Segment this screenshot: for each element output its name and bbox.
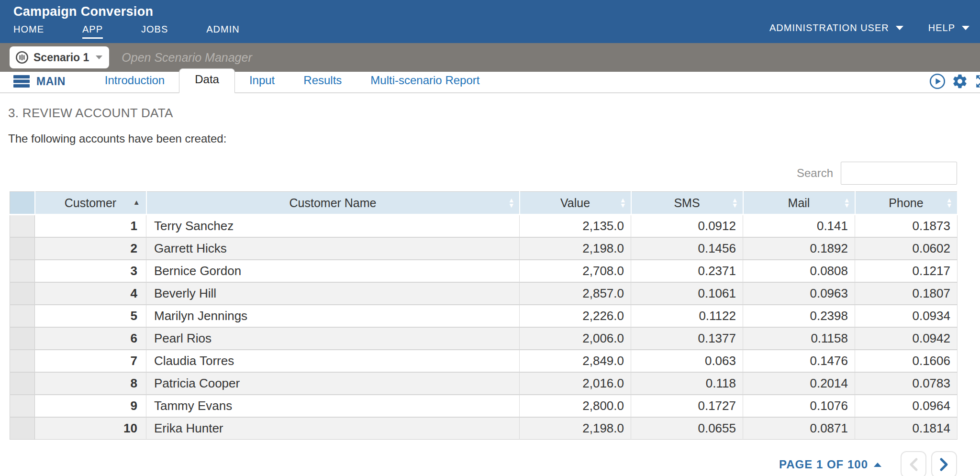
cell-value: 2,226.0 [520,305,631,327]
table-header: Customer ▲ Customer Name ▲▼ Value ▲▼ SMS… [10,192,958,215]
cell-customer: 6 [35,327,146,350]
main-nav: HOMEAPPJOBSADMIN [13,24,240,39]
help-menu[interactable]: HELP [928,22,969,33]
cell-phone: 0.1873 [855,215,958,237]
cell-value: 2,198.0 [520,237,631,260]
chevron-down-icon [96,55,102,59]
cell-value: 2,006.0 [520,327,631,350]
table-row[interactable]: 6 Pearl Rios 2,006.0 0.1377 0.1158 0.094… [10,327,958,350]
main-menu-button[interactable]: MAIN [13,75,66,88]
sort-ascending-icon: ▲ [133,199,140,206]
scenario-chart-icon [15,51,29,64]
page-selector[interactable]: PAGE 1 OF 100 [779,458,881,471]
cell-customer: 4 [35,282,146,305]
cell-customer-name: Patricia Cooper [146,372,520,395]
table-row[interactable]: 2 Garrett Hicks 2,198.0 0.1456 0.1892 0.… [10,237,958,260]
scenario-selector-button[interactable]: Scenario 1 [10,46,109,68]
section-heading: 3. REVIEW ACCOUNT DATA [8,106,980,121]
table-row[interactable]: 7 Claudia Torres 2,849.0 0.063 0.1476 0.… [10,350,958,372]
table-row[interactable]: 4 Beverly Hill 2,857.0 0.1061 0.0963 0.1… [10,282,958,305]
play-circle-icon[interactable] [929,73,946,89]
cell-customer-name: Pearl Rios [146,327,520,350]
row-handle-cell [10,327,35,350]
column-header-value[interactable]: Value ▲▼ [520,192,631,215]
row-handle-cell [10,395,35,417]
cell-value: 2,708.0 [520,260,631,282]
app-header: Campaign Conversion HOMEAPPJOBSADMIN ADM… [0,0,980,43]
column-header-customer[interactable]: Customer ▲ [35,192,146,215]
cell-customer-name: Claudia Torres [146,350,520,372]
table-row[interactable]: 5 Marilyn Jennings 2,226.0 0.1122 0.2398… [10,305,958,327]
tabbar-action-icons [929,73,980,89]
cell-mail: 0.1476 [743,350,855,372]
row-handle-cell [10,417,35,440]
table-row[interactable]: 8 Patricia Cooper 2,016.0 0.118 0.2014 0… [10,372,958,395]
row-handle-cell [10,260,35,282]
table-corner-cell [10,192,35,215]
open-scenario-manager-link[interactable]: Open Scenario Manager [122,51,252,65]
cell-sms: 0.0655 [631,417,743,440]
app-title: Campaign Conversion [13,4,153,19]
pagination: PAGE 1 OF 100 [0,451,957,476]
page-label: PAGE 1 OF 100 [779,458,868,471]
cell-mail: 0.0871 [743,417,855,440]
nav-item-home[interactable]: HOME [13,24,44,39]
tab-multi-scenario-report[interactable]: Multi-scenario Report [356,70,494,92]
cell-mail: 0.0963 [743,282,855,305]
cell-sms: 0.1727 [631,395,743,417]
column-header-sms[interactable]: SMS ▲▼ [631,192,743,215]
settings-gear-icon[interactable] [952,73,968,89]
nav-item-app[interactable]: APP [82,24,103,39]
column-header-mail[interactable]: Mail ▲▼ [743,192,855,215]
cell-customer-name: Terry Sanchez [146,215,520,237]
cell-phone: 0.1814 [855,417,958,440]
cell-phone: 0.0602 [855,237,958,260]
pager-buttons [901,451,957,476]
tab-results[interactable]: Results [289,70,356,92]
cell-customer: 1 [35,215,146,237]
row-handle-cell [10,282,35,305]
main-menu-label: MAIN [36,75,66,88]
column-header-phone[interactable]: Phone ▲▼ [855,192,958,215]
previous-page-button[interactable] [901,451,926,476]
help-menu-label: HELP [928,22,955,33]
cell-phone: 0.0783 [855,372,958,395]
cell-customer: 7 [35,350,146,372]
cell-phone: 0.0942 [855,327,958,350]
accounts-table: Customer ▲ Customer Name ▲▼ Value ▲▼ SMS… [10,191,958,440]
table-row[interactable]: 9 Tammy Evans 2,800.0 0.1727 0.1076 0.09… [10,395,958,417]
cell-mail: 0.2398 [743,305,855,327]
cell-phone: 0.1807 [855,282,958,305]
search-label: Search [797,166,833,180]
nav-item-jobs[interactable]: JOBS [141,24,168,39]
cell-sms: 0.063 [631,350,743,372]
cell-value: 2,849.0 [520,350,631,372]
cell-customer: 10 [35,417,146,440]
fullscreen-icon[interactable] [974,73,980,89]
cell-mail: 0.141 [743,215,855,237]
table-row[interactable]: 10 Erika Hunter 2,198.0 0.0655 0.0871 0.… [10,417,958,440]
column-header-customer-name[interactable]: Customer Name ▲▼ [146,192,520,215]
user-menu[interactable]: ADMINISTRATION USER [769,22,903,33]
cell-value: 2,857.0 [520,282,631,305]
nav-item-admin[interactable]: ADMIN [206,24,239,39]
chevron-up-icon [874,463,881,467]
sort-both-icon: ▲▼ [844,198,850,208]
table-body: 1 Terry Sanchez 2,135.0 0.0912 0.141 0.1… [10,215,958,440]
next-page-button[interactable] [931,451,957,476]
chevron-right-icon [939,457,949,472]
chevron-left-icon [908,457,919,472]
tab-data[interactable]: Data [179,68,235,93]
cell-sms: 0.118 [631,372,743,395]
table-row[interactable]: 1 Terry Sanchez 2,135.0 0.0912 0.141 0.1… [10,215,958,237]
cell-sms: 0.1061 [631,282,743,305]
table-row[interactable]: 3 Bernice Gordon 2,708.0 0.2371 0.0808 0… [10,260,958,282]
cell-mail: 0.1158 [743,327,855,350]
cell-customer: 9 [35,395,146,417]
search-input[interactable] [841,162,957,185]
cell-customer-name: Beverly Hill [146,282,520,305]
cell-sms: 0.2371 [631,260,743,282]
cell-customer-name: Garrett Hicks [146,237,520,260]
tab-input[interactable]: Input [235,70,289,92]
tab-introduction[interactable]: Introduction [90,70,179,92]
